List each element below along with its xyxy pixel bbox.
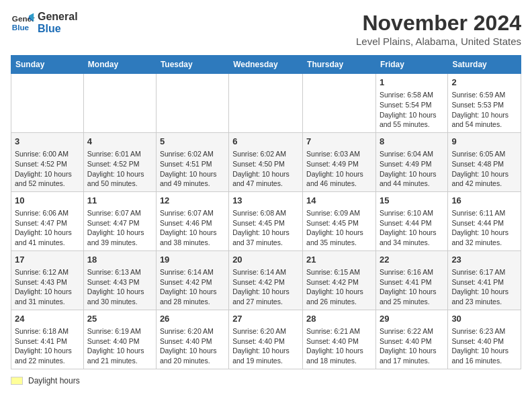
- day-info-line: Daylight: 10 hours and 35 minutes.: [306, 228, 363, 246]
- day-info-line: Sunrise: 6:00 AM: [15, 150, 69, 158]
- day-info-line: Sunset: 4:50 PM: [232, 160, 285, 168]
- day-info-line: Daylight: 10 hours and 17 minutes.: [380, 347, 437, 365]
- day-cell: 6Sunrise: 6:02 AMSunset: 4:50 PMDaylight…: [229, 132, 303, 191]
- week-row-3: 17Sunrise: 6:12 AMSunset: 4:43 PMDayligh…: [11, 250, 521, 310]
- day-number: 30: [451, 313, 517, 325]
- header-saturday: Saturday: [448, 56, 521, 74]
- day-info-line: Sunset: 4:42 PM: [306, 278, 359, 286]
- month-title: November 2024: [356, 11, 521, 36]
- day-cell: 17Sunrise: 6:12 AMSunset: 4:43 PMDayligh…: [11, 250, 84, 310]
- logo-text-blue: Blue: [38, 23, 78, 35]
- day-info-line: Sunset: 4:43 PM: [15, 278, 67, 286]
- day-info-line: Sunrise: 6:02 AM: [160, 150, 214, 158]
- day-info-line: Sunset: 4:47 PM: [15, 219, 67, 227]
- day-info-line: Sunrise: 6:02 AM: [232, 150, 286, 158]
- day-number: 20: [232, 254, 299, 266]
- day-info-line: Daylight: 10 hours and 46 minutes.: [306, 170, 363, 188]
- day-cell: 18Sunrise: 6:13 AMSunset: 4:43 PMDayligh…: [83, 250, 156, 310]
- day-info-line: Sunrise: 6:15 AM: [306, 268, 360, 276]
- day-info-line: Sunset: 4:40 PM: [232, 337, 285, 345]
- header-tuesday: Tuesday: [156, 56, 228, 74]
- day-info-line: Sunrise: 6:59 AM: [451, 91, 505, 99]
- day-info-line: Sunset: 5:54 PM: [380, 101, 432, 109]
- header: General Blue General Blue November 2024 …: [11, 11, 521, 47]
- day-cell: 3Sunrise: 6:00 AMSunset: 4:52 PMDaylight…: [11, 132, 84, 191]
- calendar-header-row: SundayMondayTuesdayWednesdayThursdayFrid…: [11, 56, 521, 74]
- day-info-line: Sunrise: 6:07 AM: [87, 209, 141, 217]
- day-number: 27: [232, 313, 299, 325]
- day-info-line: Daylight: 10 hours and 34 minutes.: [380, 228, 437, 246]
- day-info-line: Daylight: 10 hours and 52 minutes.: [15, 170, 72, 188]
- day-info-line: Sunrise: 6:16 AM: [380, 268, 433, 276]
- day-info-line: Sunset: 4:46 PM: [160, 219, 212, 227]
- day-cell: [83, 74, 156, 133]
- day-info-line: Sunset: 4:47 PM: [87, 219, 140, 227]
- day-number: 9: [451, 136, 517, 148]
- day-info-line: Sunset: 4:45 PM: [232, 219, 285, 227]
- week-row-0: 1Sunrise: 6:58 AMSunset: 5:54 PMDaylight…: [11, 74, 521, 133]
- day-number: 1: [380, 77, 444, 89]
- day-number: 12: [160, 195, 225, 207]
- day-cell: 2Sunrise: 6:59 AMSunset: 5:53 PMDaylight…: [448, 74, 521, 133]
- day-cell: 8Sunrise: 6:04 AMSunset: 4:49 PMDaylight…: [375, 132, 447, 191]
- day-info-line: Sunset: 4:49 PM: [306, 160, 359, 168]
- day-info-line: Daylight: 10 hours and 30 minutes.: [87, 287, 144, 306]
- day-cell: 11Sunrise: 6:07 AMSunset: 4:47 PMDayligh…: [83, 191, 156, 250]
- day-cell: 27Sunrise: 6:20 AMSunset: 4:40 PMDayligh…: [229, 310, 303, 369]
- day-number: 16: [451, 195, 517, 207]
- day-info-line: Daylight: 10 hours and 41 minutes.: [15, 228, 72, 246]
- day-info-line: Sunrise: 6:03 AM: [306, 150, 360, 158]
- day-number: 4: [87, 136, 152, 148]
- day-number: 18: [87, 254, 152, 266]
- header-sunday: Sunday: [11, 56, 84, 74]
- day-info-line: Sunset: 4:45 PM: [306, 219, 359, 227]
- day-info-line: Daylight: 10 hours and 42 minutes.: [451, 170, 508, 188]
- day-number: 11: [87, 195, 152, 207]
- day-info-line: Sunrise: 6:21 AM: [306, 327, 360, 335]
- day-info-line: Daylight: 10 hours and 26 minutes.: [306, 287, 363, 306]
- week-row-2: 10Sunrise: 6:06 AMSunset: 4:47 PMDayligh…: [11, 191, 521, 250]
- page-wrapper: General Blue General Blue November 2024 …: [11, 11, 521, 385]
- day-cell: 1Sunrise: 6:58 AMSunset: 5:54 PMDaylight…: [375, 74, 447, 133]
- day-info-line: Sunrise: 6:22 AM: [380, 327, 433, 335]
- title-block: November 2024 Level Plains, Alabama, Uni…: [356, 11, 521, 47]
- day-info-line: Daylight: 10 hours and 22 minutes.: [15, 347, 72, 365]
- day-cell: 24Sunrise: 6:18 AMSunset: 4:41 PMDayligh…: [11, 310, 84, 369]
- day-info-line: Sunrise: 6:19 AM: [87, 327, 141, 335]
- day-info-line: Sunrise: 6:04 AM: [380, 150, 433, 158]
- day-info-line: Daylight: 10 hours and 25 minutes.: [380, 287, 437, 306]
- day-info-line: Sunrise: 6:08 AM: [232, 209, 286, 217]
- day-cell: 14Sunrise: 6:09 AMSunset: 4:45 PMDayligh…: [303, 191, 376, 250]
- day-cell: 20Sunrise: 6:14 AMSunset: 4:42 PMDayligh…: [229, 250, 303, 310]
- day-info-line: Daylight: 10 hours and 50 minutes.: [87, 170, 144, 188]
- day-number: 2: [451, 77, 517, 89]
- header-wednesday: Wednesday: [229, 56, 303, 74]
- day-info-line: Daylight: 10 hours and 21 minutes.: [87, 347, 144, 365]
- day-info-line: Sunset: 4:43 PM: [87, 278, 140, 286]
- day-cell: [229, 74, 303, 133]
- day-number: 7: [306, 136, 372, 148]
- day-cell: 28Sunrise: 6:21 AMSunset: 4:40 PMDayligh…: [303, 310, 376, 369]
- day-info-line: Sunrise: 6:20 AM: [160, 327, 214, 335]
- day-cell: 15Sunrise: 6:10 AMSunset: 4:44 PMDayligh…: [375, 191, 447, 250]
- logo-icon: General Blue: [11, 11, 35, 35]
- day-info-line: Sunset: 4:40 PM: [87, 337, 140, 345]
- day-cell: 12Sunrise: 6:07 AMSunset: 4:46 PMDayligh…: [156, 191, 228, 250]
- day-info-line: Sunset: 4:48 PM: [451, 160, 504, 168]
- day-number: 13: [232, 195, 299, 207]
- logo-text-general: General: [38, 11, 78, 23]
- day-number: 28: [306, 313, 372, 325]
- location-title: Level Plains, Alabama, United States: [356, 36, 521, 47]
- day-number: 21: [306, 254, 372, 266]
- day-info-line: Sunset: 4:44 PM: [451, 219, 504, 227]
- day-number: 8: [380, 136, 444, 148]
- day-info-line: Sunrise: 6:10 AM: [380, 209, 433, 217]
- day-cell: 19Sunrise: 6:14 AMSunset: 4:42 PMDayligh…: [156, 250, 228, 310]
- day-info-line: Daylight: 10 hours and 31 minutes.: [15, 287, 72, 306]
- day-info-line: Sunrise: 6:05 AM: [451, 150, 505, 158]
- day-info-line: Sunset: 4:40 PM: [306, 337, 359, 345]
- header-monday: Monday: [83, 56, 156, 74]
- day-number: 15: [380, 195, 444, 207]
- week-row-1: 3Sunrise: 6:00 AMSunset: 4:52 PMDaylight…: [11, 132, 521, 191]
- day-info-line: Sunrise: 6:09 AM: [306, 209, 360, 217]
